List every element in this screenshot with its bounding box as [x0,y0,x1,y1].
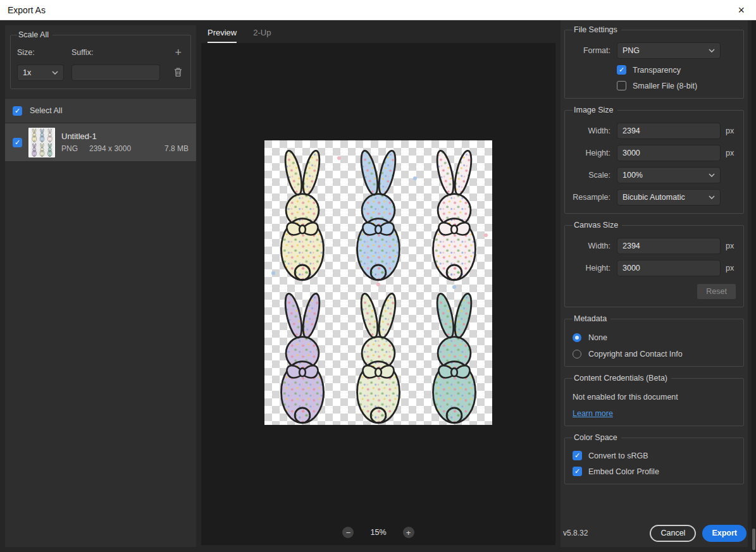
minus-icon: − [346,529,351,537]
file-dimensions: 2394 x 3000 [89,144,131,153]
export-settings-panel: File Settings Format: PNG ✓ Transparency [561,20,748,547]
transparency-label: Transparency [633,66,681,75]
select-all-checkbox[interactable]: ✓ [13,106,22,116]
metadata-option-copyright[interactable]: Copyright and Contact Info [573,350,736,359]
transparency-option[interactable]: ✓ Transparency [617,65,736,75]
learn-more-link[interactable]: Learn more [573,409,613,418]
delete-scale-button[interactable] [172,67,184,79]
metadata-copyright-radio[interactable] [573,350,581,359]
file-checkbox[interactable]: ✓ [13,138,22,147]
select-all-row[interactable]: ✓ Select All [5,98,196,123]
zoom-level: 15% [370,528,386,537]
metadata-none-radio[interactable] [573,333,581,342]
metadata-option-none[interactable]: None [573,333,736,342]
scrollbar-thumb[interactable] [752,529,755,550]
suffix-label: Suffix: [71,48,164,57]
format-label: Format: [573,46,610,55]
scale-all-legend: Scale All [17,30,53,39]
cancel-button[interactable]: Cancel [650,525,696,542]
metadata-none-label: None [588,333,607,342]
chevron-down-icon [709,49,715,52]
image-height-input[interactable] [617,145,721,161]
canvas-width-label: Width: [573,242,610,250]
canvas-height-input[interactable] [617,260,721,276]
dialog-title: Export As [8,5,46,15]
file-size: 7.8 MB [164,144,189,153]
metadata-copyright-label: Copyright and Contact Info [588,350,683,359]
add-scale-button[interactable]: + [172,47,184,58]
image-width-input[interactable] [617,123,721,139]
scale-all-group: Scale All Size: Suffix: + 1x [10,30,191,89]
export-items-panel: Scale All Size: Suffix: + 1x [5,25,196,547]
smaller-file-checkbox[interactable]: ✓ [617,81,626,90]
smaller-file-label: Smaller File (8-bit) [633,82,697,90]
preview-area: Preview 2-Up − 15% + [201,20,555,552]
resample-value: Bicubic Automatic [623,193,685,202]
file-info: Untitled-1 PNG 2394 x 3000 7.8 MB [61,132,189,153]
check-icon: ✓ [15,139,20,146]
embed-profile-option[interactable]: ✓ Embed Color Profile [573,467,736,476]
zoom-out-button[interactable]: − [342,527,354,538]
reset-button[interactable]: Reset [697,284,736,299]
check-icon: ✓ [15,107,20,114]
dialog-titlebar: Export As × [0,0,756,20]
preview-image [264,140,492,425]
convert-srgb-option[interactable]: ✓ Convert to sRGB [573,451,736,460]
embed-profile-label: Embed Color Profile [588,467,659,476]
image-size-legend: Image Size [573,106,617,114]
zoom-controls: − 15% + [201,526,555,539]
scale-value: 100% [623,171,643,180]
convert-srgb-label: Convert to sRGB [588,451,648,460]
transparency-checkbox[interactable]: ✓ [617,65,626,75]
px-unit: px [726,264,734,273]
trash-icon [173,70,183,79]
check-icon: ✓ [574,468,580,475]
color-space-legend: Color Space [573,433,621,442]
check-icon: ✓ [619,66,624,73]
color-space-group: Color Space ✓ Convert to sRGB ✓ Embed Co… [564,433,744,484]
embed-profile-checkbox[interactable]: ✓ [573,467,582,476]
settings-scroll-area: File Settings Format: PNG ✓ Transparency [561,25,748,519]
tab-2up[interactable]: 2-Up [253,28,271,43]
tab-preview[interactable]: Preview [208,28,237,43]
scrollbar[interactable] [752,20,756,552]
canvas-width-input[interactable] [617,238,721,254]
scale-size-select[interactable]: 1x [17,64,64,81]
content-credentials-status: Not enabled for this document [573,393,736,402]
export-button[interactable]: Export [702,525,747,542]
file-thumbnail [28,128,55,157]
file-name: Untitled-1 [61,132,189,141]
content-credentials-legend: Content Credentials (Beta) [573,374,671,383]
version-label: v5.8.32 [563,529,588,537]
preview-canvas: − 15% + [201,43,555,545]
format-select[interactable]: PNG [617,42,721,59]
image-height-label: Height: [573,149,610,157]
size-label: Size: [17,48,71,57]
chevron-down-icon [709,173,715,177]
content-credentials-group: Content Credentials (Beta) Not enabled f… [564,374,744,426]
suffix-input[interactable] [71,64,160,81]
scale-select[interactable]: 100% [617,167,721,183]
metadata-group: Metadata None Copyright and Contact Info [564,314,744,367]
px-unit: px [726,126,734,135]
canvas-size-legend: Canvas Size [573,221,622,230]
close-icon: × [738,4,745,16]
metadata-legend: Metadata [573,314,610,323]
select-all-label: Select All [30,106,62,115]
plus-icon: + [175,46,182,59]
close-button[interactable]: × [735,3,747,17]
file-list-item[interactable]: ✓ Untitled-1 PNG 2394 x 3000 7.8 MB [5,123,196,162]
smaller-file-option[interactable]: ✓ Smaller File (8-bit) [617,81,736,90]
convert-srgb-checkbox[interactable]: ✓ [573,451,582,460]
image-width-label: Width: [573,126,610,135]
check-icon: ✓ [574,452,580,459]
canvas-size-group: Canvas Size Width: px Height: px Reset [564,221,744,307]
chevron-down-icon [52,71,58,75]
resample-select[interactable]: Bicubic Automatic [617,189,721,205]
export-as-dialog: Export As × Scale All Size: Suffix: + 1x [0,0,756,552]
zoom-in-button[interactable]: + [403,527,414,538]
preview-tabs: Preview 2-Up [201,20,555,43]
file-format: PNG [61,144,78,153]
file-settings-group: File Settings Format: PNG ✓ Transparency [564,25,744,99]
px-unit: px [726,242,734,250]
